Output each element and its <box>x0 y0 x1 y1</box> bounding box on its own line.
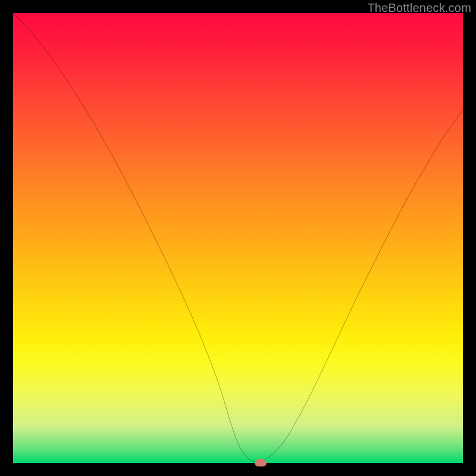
optimal-marker <box>255 459 267 466</box>
curve-path <box>13 13 463 462</box>
watermark-text: TheBottleneck.com <box>367 1 471 15</box>
chart-container: TheBottleneck.com <box>0 0 476 476</box>
bottleneck-curve <box>13 13 463 463</box>
plot-area <box>13 13 463 463</box>
